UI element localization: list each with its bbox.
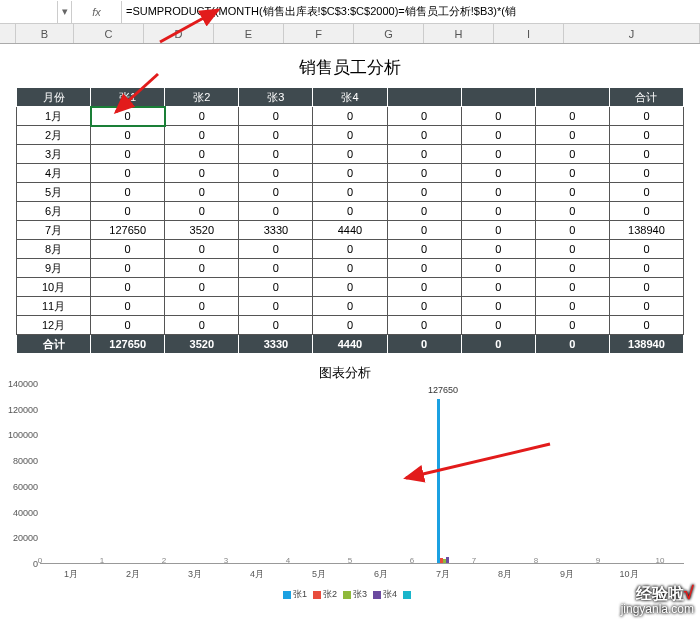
data-cell[interactable]: 0 (165, 107, 239, 126)
data-cell[interactable]: 0 (387, 221, 461, 240)
data-cell[interactable]: 0 (535, 221, 609, 240)
data-cell[interactable]: 0 (609, 240, 683, 259)
data-cell[interactable]: 0 (461, 240, 535, 259)
data-cell[interactable]: 0 (535, 297, 609, 316)
corner-cell[interactable] (0, 24, 16, 43)
data-cell[interactable]: 127650 (91, 221, 165, 240)
data-cell[interactable]: 0 (91, 278, 165, 297)
data-cell[interactable]: 0 (387, 164, 461, 183)
data-cell[interactable]: 0 (387, 316, 461, 335)
month-cell[interactable]: 8月 (17, 240, 91, 259)
col-header[interactable]: J (564, 24, 700, 43)
data-cell[interactable]: 0 (239, 164, 313, 183)
data-cell[interactable]: 4440 (313, 221, 387, 240)
data-cell[interactable]: 0 (387, 278, 461, 297)
data-cell[interactable]: 0 (609, 202, 683, 221)
data-cell[interactable]: 0 (387, 202, 461, 221)
data-cell[interactable]: 0 (165, 126, 239, 145)
data-cell[interactable]: 0 (165, 240, 239, 259)
data-cell[interactable]: 0 (387, 240, 461, 259)
name-box[interactable] (0, 1, 58, 23)
data-cell[interactable]: 0 (91, 240, 165, 259)
data-cell[interactable]: 0 (91, 297, 165, 316)
data-cell[interactable]: 0 (461, 297, 535, 316)
data-cell[interactable]: 0 (239, 145, 313, 164)
data-cell[interactable]: 0 (239, 202, 313, 221)
month-cell[interactable]: 10月 (17, 278, 91, 297)
data-cell[interactable]: 0 (461, 164, 535, 183)
formula-input[interactable]: =SUMPRODUCT((MONTH(销售出库表!$C$3:$C$2000)=销… (122, 4, 700, 19)
data-cell[interactable]: 0 (239, 126, 313, 145)
data-cell[interactable]: 0 (461, 145, 535, 164)
data-cell[interactable]: 0 (91, 316, 165, 335)
data-cell[interactable]: 0 (461, 183, 535, 202)
data-cell[interactable]: 0 (165, 145, 239, 164)
data-cell[interactable]: 0 (609, 278, 683, 297)
data-cell[interactable]: 0 (387, 183, 461, 202)
month-cell[interactable]: 2月 (17, 126, 91, 145)
data-cell[interactable]: 0 (165, 202, 239, 221)
data-cell[interactable]: 0 (91, 145, 165, 164)
data-cell[interactable]: 0 (535, 183, 609, 202)
data-cell[interactable]: 0 (91, 126, 165, 145)
data-cell[interactable]: 0 (535, 278, 609, 297)
data-cell[interactable]: 0 (239, 240, 313, 259)
data-cell[interactable]: 0 (91, 259, 165, 278)
data-cell[interactable]: 0 (461, 316, 535, 335)
month-cell[interactable]: 3月 (17, 145, 91, 164)
month-cell[interactable]: 1月 (17, 107, 91, 126)
data-cell[interactable]: 0 (165, 316, 239, 335)
data-cell[interactable]: 0 (461, 126, 535, 145)
data-cell[interactable]: 0 (313, 202, 387, 221)
data-cell[interactable]: 0 (609, 297, 683, 316)
data-cell[interactable]: 0 (239, 183, 313, 202)
col-header[interactable]: E (214, 24, 284, 43)
col-header[interactable]: I (494, 24, 564, 43)
data-cell[interactable]: 0 (535, 164, 609, 183)
data-cell[interactable]: 0 (535, 259, 609, 278)
data-cell[interactable]: 0 (165, 297, 239, 316)
month-cell[interactable]: 9月 (17, 259, 91, 278)
data-cell[interactable]: 0 (387, 107, 461, 126)
data-cell[interactable]: 0 (461, 107, 535, 126)
data-cell[interactable]: 0 (239, 316, 313, 335)
month-cell[interactable]: 12月 (17, 316, 91, 335)
data-cell[interactable]: 0 (609, 126, 683, 145)
data-cell[interactable]: 0 (535, 145, 609, 164)
data-cell[interactable]: 0 (313, 259, 387, 278)
data-cell[interactable]: 0 (165, 183, 239, 202)
data-cell[interactable]: 0 (239, 297, 313, 316)
data-cell[interactable]: 0 (165, 164, 239, 183)
month-cell[interactable]: 4月 (17, 164, 91, 183)
data-cell[interactable]: 0 (387, 259, 461, 278)
data-cell[interactable]: 0 (91, 164, 165, 183)
data-cell[interactable]: 0 (165, 259, 239, 278)
data-cell[interactable]: 3520 (165, 221, 239, 240)
month-cell[interactable]: 7月 (17, 221, 91, 240)
name-box-dropdown[interactable]: ▾ (58, 1, 72, 23)
worksheet[interactable]: 销售员工分析 月份张1张2张3张4合计 1月000000002月00000000… (0, 44, 700, 358)
data-cell[interactable]: 0 (535, 107, 609, 126)
month-cell[interactable]: 6月 (17, 202, 91, 221)
col-header[interactable]: C (74, 24, 144, 43)
data-cell[interactable]: 0 (313, 297, 387, 316)
data-cell[interactable]: 0 (239, 259, 313, 278)
col-header[interactable]: G (354, 24, 424, 43)
data-cell[interactable]: 0 (313, 240, 387, 259)
col-header[interactable]: H (424, 24, 494, 43)
data-cell[interactable]: 0 (239, 278, 313, 297)
data-cell[interactable]: 0 (387, 297, 461, 316)
data-cell[interactable]: 0 (313, 316, 387, 335)
month-cell[interactable]: 11月 (17, 297, 91, 316)
data-cell[interactable]: 0 (609, 316, 683, 335)
data-cell[interactable]: 0 (461, 278, 535, 297)
data-cell[interactable]: 0 (387, 126, 461, 145)
data-cell[interactable]: 0 (609, 107, 683, 126)
data-cell[interactable]: 0 (535, 202, 609, 221)
data-cell[interactable]: 0 (609, 183, 683, 202)
data-cell[interactable]: 0 (609, 164, 683, 183)
data-cell[interactable]: 3330 (239, 221, 313, 240)
col-header[interactable]: D (144, 24, 214, 43)
data-cell[interactable]: 0 (313, 126, 387, 145)
data-cell[interactable]: 0 (313, 145, 387, 164)
